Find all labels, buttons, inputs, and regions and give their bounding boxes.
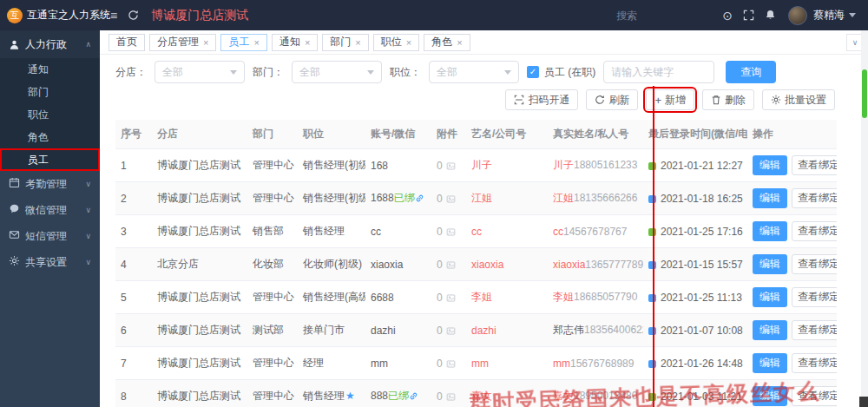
cell-last-login: 2021-01-07 10:08 (643, 314, 747, 347)
edit-button[interactable]: 编辑 (753, 254, 787, 274)
close-icon[interactable]: × (355, 37, 360, 48)
sidebar-item-role[interactable]: 角色 (0, 126, 100, 148)
tab-home[interactable]: 首页 (108, 34, 145, 51)
sidebar-item-wechat[interactable]: 微信管理∨ (0, 197, 100, 223)
star-icon: ★ (345, 390, 355, 402)
filter-bar: 分店： 全部 部门： 全部 职位： 全部 ✓ 员工 (在职) 查询 (115, 61, 776, 83)
table-row[interactable]: 1博诚厦门总店测试管理中心销售经理(初级)1680川子川子18805161233… (115, 149, 837, 182)
cell-stage-name: 川子 (466, 149, 548, 182)
dept-filter-label: 部门： (253, 65, 284, 80)
column-header: 真实姓名/私人号 (548, 120, 643, 149)
cell-dept: 管理中心 (247, 380, 298, 407)
app-logo: 互 互通宝之人力系统 (0, 8, 100, 23)
notification-bell-icon[interactable] (765, 10, 776, 21)
tab-label: 通知 (279, 35, 300, 49)
refresh-button[interactable]: 刷新 (586, 89, 638, 110)
cell-dept: 管理中心 (247, 182, 298, 215)
user-avatar[interactable] (788, 6, 807, 25)
refresh-icon[interactable] (128, 10, 139, 21)
attachment-image-icon (443, 292, 456, 304)
cell-no: 6 (115, 314, 152, 347)
edit-button[interactable]: 编辑 (753, 221, 787, 241)
login-time: 2021-01-21 12:27 (661, 160, 743, 172)
cell-account: 168 (365, 149, 431, 182)
edit-button[interactable]: 编辑 (753, 353, 787, 373)
screenshot-icon[interactable]: ⊙ (722, 9, 733, 23)
sidebar-item-attendance[interactable]: 考勤管理∨ (0, 171, 100, 197)
user-menu-caret-icon[interactable] (849, 13, 856, 17)
sidebar-item-department[interactable]: 部门 (0, 81, 100, 103)
sidebar-item-position[interactable]: 职位 (0, 103, 100, 126)
dept-select-value: 全部 (299, 65, 320, 80)
tab-notice[interactable]: 通知× (272, 34, 318, 51)
scrollbar-thumb[interactable] (862, 69, 867, 118)
edit-button[interactable]: 编辑 (753, 320, 787, 340)
username[interactable]: 蔡精海 (813, 8, 845, 23)
private-phone: 18356400622 (584, 324, 643, 336)
sidebar-item-notice[interactable]: 通知 (0, 58, 100, 81)
close-icon[interactable]: × (457, 37, 462, 48)
view-binding-button[interactable]: 查看绑定 (792, 221, 837, 241)
fullscreen-icon[interactable] (743, 10, 754, 21)
tab-list: 首页分店管理×员工×通知×部门×职位×角色× (108, 34, 470, 51)
batch-settings-button[interactable]: 批量设置 (762, 89, 835, 110)
scrollbar-corner (859, 397, 868, 407)
tab-position[interactable]: 职位× (373, 34, 419, 51)
view-binding-button[interactable]: 查看绑定 (792, 188, 837, 208)
global-search-input[interactable] (616, 10, 712, 22)
stage-name: mm (471, 358, 489, 370)
branch-select[interactable]: 全部 (155, 61, 245, 83)
cell-attachment: 0 (431, 149, 466, 182)
hamburger-icon[interactable]: ≡ (110, 9, 117, 23)
close-icon[interactable]: × (253, 37, 259, 48)
table-row[interactable]: 6博诚厦门总店测试测试部接单门市dazhi0dazhi郑志伟1835640062… (115, 314, 837, 347)
sidebar-item-employee[interactable]: 员工 (0, 148, 100, 171)
cell-branch: 博诚厦门总店测试 (152, 182, 247, 215)
table-row[interactable]: 7博诚厦门总店测试管理中心经理mm0mmmm156767689892021-01… (115, 347, 837, 380)
tab-employee[interactable]: 员工× (220, 34, 266, 51)
view-binding-button[interactable]: 查看绑定 (792, 155, 837, 175)
close-icon[interactable]: × (305, 37, 310, 48)
tab-branch-management[interactable]: 分店管理× (149, 34, 216, 51)
attachment-image-icon (443, 325, 456, 337)
table-row[interactable]: 2博诚厦门总店测试管理中心销售经理(初级)1688已绑0江姐江姐18135666… (115, 182, 837, 215)
position-select[interactable]: 全部 (429, 61, 519, 83)
attachment-image-icon (446, 260, 456, 270)
attachment-count: 0 (437, 259, 443, 271)
position-text: 接单门市 (303, 324, 345, 336)
table-row[interactable]: 5博诚厦门总店测试管理中心销售经理(高级)66880李姐李姐1868505779… (115, 281, 837, 314)
table-row[interactable]: 4北京分店化妆部化妆师(初级)xiaoxia0xiaoxiaxiaoxia136… (115, 248, 837, 281)
dept-select[interactable]: 全部 (292, 61, 382, 83)
view-binding-button[interactable]: 查看绑定 (792, 254, 837, 274)
cell-account: 1688已绑 (365, 182, 431, 215)
view-binding-button[interactable]: 查看绑定 (792, 353, 837, 373)
search-button[interactable]: 查询 (726, 61, 776, 83)
edit-button[interactable]: 编辑 (753, 155, 787, 175)
sidebar-section-label: 考勤管理 (25, 177, 67, 192)
active-employee-checkbox[interactable]: ✓ (527, 66, 539, 78)
column-header: 最后登录时间(微信/电脑) (643, 120, 747, 149)
tab-role[interactable]: 角色× (424, 34, 470, 51)
sidebar-item-hr-admin[interactable]: 人力行政 ∧ (0, 30, 100, 58)
login-time: 2021-01-26 14:48 (661, 358, 743, 370)
close-icon[interactable]: × (406, 37, 411, 48)
sidebar-item-sms[interactable]: 短信管理∨ (0, 223, 100, 249)
keyword-input[interactable] (603, 61, 714, 83)
edit-button[interactable]: 编辑 (753, 188, 787, 208)
sidebar-item-shared-settings[interactable]: 共享设置∨ (0, 249, 100, 275)
sidebar-section-label: 微信管理 (25, 203, 67, 218)
branch-filter-label: 分店： (115, 65, 147, 80)
view-binding-button[interactable]: 查看绑定 (792, 320, 837, 340)
store-title: 博诚厦门总店测试 (151, 8, 248, 23)
table-row[interactable]: 3博诚厦门总店测试销售部销售经理cc0cccc145676787672021-0… (115, 215, 837, 248)
cell-real-name: mm15676768989 (548, 347, 643, 380)
delete-button[interactable]: 删除 (702, 89, 754, 110)
scan-open-button[interactable]: 扫码开通 (505, 89, 578, 110)
tab-department[interactable]: 部门× (322, 34, 368, 51)
view-binding-button[interactable]: 查看绑定 (792, 287, 837, 307)
close-icon[interactable]: × (203, 37, 208, 48)
cell-branch: 博诚厦门总店测试 (152, 215, 247, 248)
chevron-down-icon (504, 70, 511, 75)
edit-button[interactable]: 编辑 (753, 287, 787, 307)
page-scrollbar[interactable] (861, 30, 868, 407)
